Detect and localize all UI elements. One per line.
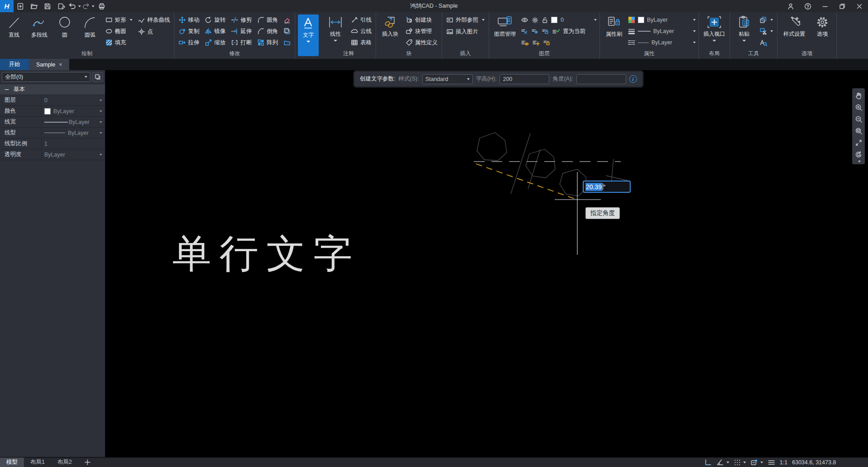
ortho-toggle[interactable] (704, 459, 712, 466)
rotate-button[interactable]: 旋转 (203, 15, 227, 25)
object-color-value[interactable]: ByLayer (647, 17, 668, 23)
leader-button[interactable]: 引线 (349, 15, 373, 25)
linear-dropdown-caret[interactable] (334, 40, 337, 42)
zoom-out-button[interactable] (853, 114, 864, 124)
paste-button[interactable]: 粘贴 (733, 14, 755, 49)
object-color-chip[interactable] (638, 17, 644, 23)
polar-tracking-toggle[interactable] (716, 459, 729, 466)
ellipse-button[interactable]: 椭圆 (104, 26, 134, 36)
prop-value-linetype[interactable]: ByLayer (42, 128, 105, 138)
move-button[interactable]: 移动 (177, 15, 201, 25)
new-file-button[interactable] (14, 0, 27, 12)
color-value-caret[interactable] (99, 110, 102, 112)
text-angle-input[interactable] (576, 74, 626, 84)
lineweight-dropdown-caret[interactable] (693, 30, 696, 32)
prop-value-lineweight[interactable]: ByLayer (42, 117, 105, 127)
match-properties-button[interactable]: 属性刷 (603, 14, 625, 49)
viewport-dropdown-caret[interactable] (712, 40, 716, 42)
layer-visibility-icon[interactable] (521, 17, 528, 23)
hatch-button[interactable]: 填充 (104, 38, 134, 48)
cut-clip-dropdown-caret[interactable] (770, 30, 773, 32)
prop-value-ltscale[interactable]: 1 (42, 138, 105, 149)
layer-manager-button[interactable]: 图层管理 (492, 14, 518, 49)
copy-button[interactable]: 复制 (177, 26, 201, 36)
undo-button[interactable] (68, 0, 81, 12)
explode-button[interactable] (282, 38, 292, 48)
model-tab[interactable]: 模型 (0, 457, 24, 467)
xref-button[interactable]: 外部参照 (445, 15, 486, 25)
find-text-button[interactable] (758, 38, 774, 48)
section-basic[interactable]: 基本 (0, 84, 105, 95)
save-button[interactable] (41, 0, 54, 12)
chamfer-button[interactable]: 倒角 (256, 26, 279, 36)
grid-caret[interactable] (743, 462, 746, 463)
break-button[interactable]: 打断 (230, 38, 253, 48)
zoom-extents-button[interactable] (853, 137, 864, 148)
info-icon[interactable]: i (629, 75, 637, 83)
maximize-button[interactable] (834, 0, 851, 12)
zoom-in-button[interactable] (853, 102, 864, 113)
copy-clip-dropdown-caret[interactable] (770, 19, 773, 21)
linetype-value-caret[interactable] (99, 132, 102, 134)
revision-cloud-button[interactable]: 云线 (349, 26, 373, 36)
transparency-value-caret[interactable] (99, 154, 102, 156)
offset-button[interactable] (282, 26, 292, 36)
zoom-window-button[interactable] (853, 125, 864, 136)
layer-freeze-sun-icon[interactable] (532, 17, 538, 24)
insert-block-button[interactable]: 插入块 (379, 14, 401, 49)
redo-dropdown-caret[interactable] (92, 5, 94, 7)
current-layer-value[interactable]: 0 (561, 17, 564, 23)
layer-set-current-icon[interactable] (552, 28, 560, 34)
set-current-label[interactable]: 置为当前 (563, 28, 585, 35)
annotation-scale[interactable]: 1:1 (780, 459, 788, 466)
insert-image-button[interactable]: 插入图片 (445, 27, 486, 37)
copy-clip-button[interactable] (758, 15, 774, 25)
tab-home[interactable]: 开始 (0, 59, 29, 70)
extend-button[interactable]: 延伸 (230, 26, 253, 36)
point-button[interactable]: 点 (137, 27, 171, 37)
layout1-tab[interactable]: 布局1 (24, 457, 51, 467)
color-dropdown-caret[interactable] (693, 19, 696, 21)
layout2-tab[interactable]: 布局2 (51, 457, 78, 467)
prop-value-color[interactable]: ByLayer (42, 106, 105, 116)
undo-dropdown-caret[interactable] (78, 5, 81, 7)
polyline-button[interactable]: 多段线 (28, 14, 51, 49)
insert-viewport-button[interactable]: 插入视口 (702, 14, 727, 49)
layer-value-caret[interactable] (99, 100, 102, 101)
pan-button[interactable] (853, 90, 864, 101)
dynamic-angle-input[interactable]: 20.39 ° (583, 181, 631, 193)
layer-color-chip[interactable] (551, 17, 557, 23)
account-button[interactable] (782, 0, 799, 12)
line-button[interactable]: 直线 (3, 14, 25, 49)
navbar-more-caret[interactable] (858, 161, 861, 162)
trim-button[interactable]: 修剪 (230, 15, 253, 25)
save-as-button[interactable] (54, 0, 68, 12)
tab-document-sample[interactable]: Sample × (29, 59, 69, 70)
layer-unlock-icon[interactable] (542, 17, 548, 24)
erase-button[interactable] (282, 15, 292, 25)
layer-lock2-icon[interactable] (543, 39, 550, 46)
layer-lock-icon[interactable] (542, 28, 549, 34)
layer-off-icon[interactable] (521, 28, 528, 34)
linetype-value[interactable]: ByLayer (651, 39, 672, 46)
block-manage-button[interactable]: 块管理 (404, 26, 439, 36)
text-button[interactable]: 文字 (298, 14, 319, 56)
close-button[interactable] (851, 0, 868, 12)
attribute-define-button[interactable]: 属性定义 (404, 38, 439, 48)
osnap-toggle[interactable] (750, 459, 763, 466)
layer-thaw-icon[interactable] (532, 39, 540, 46)
stretch-button[interactable]: 拉伸 (177, 38, 201, 48)
cad-single-line-text[interactable]: 单行文字 (172, 228, 360, 281)
circle-button[interactable]: 圆 (53, 14, 76, 49)
linetype-dropdown-caret[interactable] (693, 42, 696, 43)
layer-freeze-icon[interactable] (531, 28, 538, 34)
create-block-button[interactable]: 创建块 (404, 15, 439, 25)
osnap-caret[interactable] (760, 462, 763, 463)
arc-button[interactable]: 圆弧 (79, 14, 101, 49)
rectangle-button[interactable]: 矩形 (104, 15, 134, 25)
tab-close-icon[interactable]: × (59, 62, 62, 68)
lineweight-value-caret[interactable] (99, 121, 102, 123)
polar-caret[interactable] (726, 462, 729, 463)
linear-dim-button[interactable]: 线性 (324, 14, 347, 49)
text-style-select[interactable]: Standard (422, 74, 473, 84)
